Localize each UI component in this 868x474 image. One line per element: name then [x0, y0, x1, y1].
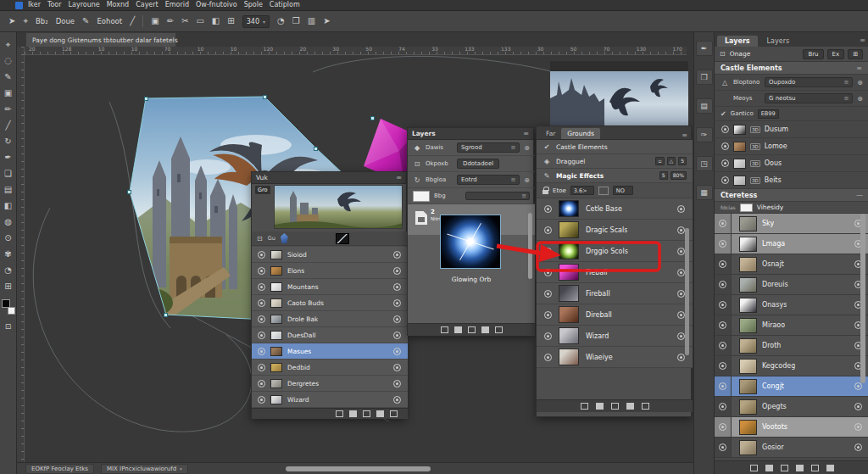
visibility-eye-icon[interactable] [719, 321, 726, 329]
adjustment-icon[interactable] [481, 326, 489, 333]
artboard-icon[interactable]: ▣ [151, 17, 159, 25]
panel-menu-icon[interactable]: ≡ [682, 131, 687, 139]
layer-row-dedbid[interactable]: Dedbid [252, 360, 408, 376]
visibility-eye-icon[interactable] [258, 283, 265, 291]
section-header-castle-elements[interactable]: Castle Elements ≡ [715, 62, 868, 75]
layer-row-mountans[interactable]: Mountans [252, 279, 408, 295]
fill-color-swatch[interactable] [598, 187, 609, 195]
visibility-eye-icon[interactable] [258, 267, 265, 275]
visibility-eye-icon[interactable] [544, 311, 552, 319]
group-icon[interactable] [363, 410, 370, 417]
visibility-eye-icon[interactable] [544, 248, 552, 255]
visibility-eye-icon[interactable] [677, 290, 685, 298]
group-row-magic-effects[interactable]: ✎Magic Effects580% [537, 169, 693, 183]
rotate-tool-icon[interactable]: ↻ [2, 133, 15, 149]
menu-item-catiplom[interactable]: Catiplom [270, 2, 300, 8]
crop-tool-icon[interactable]: ❏ [2, 165, 15, 181]
folder-icon[interactable]: ⊡ [257, 235, 263, 243]
panel-title-bar[interactable]: Vuk ≡ [252, 172, 406, 184]
visibility-eye-icon[interactable] [258, 315, 265, 323]
artboard-tool-icon[interactable]: ▤ [2, 181, 15, 198]
status-mid-chip[interactable]: MIX IPncxicluwawiorufd ▾ [101, 464, 188, 474]
menu-item-ow-fnutoivo[interactable]: Ow-fnutoivo [196, 2, 237, 8]
visibility-eye-icon[interactable] [677, 269, 685, 276]
libraries-icon[interactable]: ❐ [292, 17, 300, 25]
visibility-eye-icon[interactable] [393, 299, 401, 307]
group-badge[interactable]: 5 [678, 157, 687, 165]
group-badge[interactable]: 80% [670, 171, 687, 180]
toolbar-button-ex[interactable]: Ex [827, 49, 845, 59]
layer-row-fieball[interactable]: Fieball [537, 262, 693, 283]
move-tool-icon[interactable]: ⌖ [2, 36, 15, 53]
line-tool-icon[interactable]: ╱ [2, 117, 15, 133]
visibility-eye-icon[interactable] [677, 226, 685, 234]
stroke-label[interactable]: Eohoot [97, 17, 122, 25]
selection-handle[interactable] [144, 97, 148, 101]
visibility-eye-icon[interactable] [721, 125, 729, 133]
panel-scrollbar[interactable] [685, 228, 689, 355]
white-swatch[interactable] [740, 204, 753, 212]
scissors-icon[interactable]: ✂ [181, 17, 188, 25]
visibility-eye-icon[interactable] [258, 396, 265, 404]
visibility-eye-icon[interactable] [258, 299, 265, 307]
visibility-eye-icon[interactable] [544, 332, 552, 340]
layer-row-oous[interactable]: 3DOous [715, 155, 868, 172]
target-tool-icon[interactable]: ⊙ [2, 230, 15, 246]
visibility-eye-icon[interactable] [719, 382, 726, 390]
tab-layers-1[interactable]: Layers [717, 36, 758, 47]
quick-mask-icon[interactable]: ⊡ [2, 319, 15, 335]
pointer-tool-icon[interactable]: ➤ [8, 17, 15, 25]
group-icon[interactable] [611, 403, 619, 410]
group-badge[interactable]: ▫ [655, 157, 664, 165]
visibility-eye-icon[interactable] [544, 269, 552, 276]
draw-mode-label[interactable]: Doue [56, 17, 75, 25]
layer-row-beits[interactable]: 3DBeits [715, 172, 868, 189]
visibility-eye-icon[interactable] [544, 205, 552, 213]
fx-icon[interactable] [454, 326, 462, 333]
fill-tool-icon[interactable]: ◍ [2, 214, 15, 230]
color-swatch[interactable] [413, 191, 430, 202]
opacity-field[interactable]: 3.6> [570, 186, 594, 195]
layer-row-miraoo[interactable]: Miraoo [715, 315, 868, 336]
mode-field[interactable]: NO [613, 186, 633, 195]
visibility-eye-icon[interactable] [393, 315, 401, 323]
background-color-swatch[interactable] [8, 307, 15, 315]
visibility-eye-icon[interactable] [393, 364, 401, 371]
adjustment-icon[interactable] [626, 403, 634, 410]
visibility-eye-icon[interactable] [721, 159, 729, 167]
fx-icon[interactable] [750, 465, 758, 471]
visibility-eye-icon[interactable] [677, 205, 685, 213]
visibility-eye-icon[interactable] [544, 226, 552, 234]
visibility-eye-icon[interactable] [677, 332, 685, 340]
glowing-orb-thumbnail[interactable] [440, 215, 501, 269]
layer-row-kegcodeg[interactable]: Kegcodeg [715, 356, 868, 376]
new-layer-icon[interactable] [811, 465, 819, 471]
grid-tool-icon[interactable]: ⊞ [2, 278, 15, 294]
visibility-eye-icon[interactable] [719, 260, 726, 268]
status-left-chip[interactable]: EOKfP Feoclay Etks [25, 464, 94, 474]
section-header-cteretess[interactable]: Cteretess — [715, 189, 868, 202]
visibility-eye-icon[interactable] [721, 176, 729, 184]
visibility-eye-icon[interactable] [719, 240, 726, 248]
mask-icon[interactable] [441, 326, 448, 333]
lock-value-badge[interactable]: EB99 [758, 109, 779, 119]
paths-panel-icon[interactable]: ✑ [696, 127, 713, 142]
toolbar-button-bru[interactable]: Bru [803, 49, 823, 59]
visibility-eye-icon[interactable] [393, 251, 401, 259]
layer-row-osnajt[interactable]: Osnajt [715, 254, 868, 275]
visibility-eye-icon[interactable] [393, 332, 401, 339]
group-badge[interactable]: 5 [659, 171, 668, 180]
tab-grounds[interactable]: Grounds [561, 128, 600, 139]
new-layer-icon[interactable] [642, 403, 649, 410]
layer-row-wiaeiye[interactable]: Wiaeiye [537, 347, 693, 368]
blur-tool-icon[interactable]: ✾ [2, 246, 15, 262]
layer-comps-panel-icon[interactable]: ❒ [696, 70, 713, 85]
align-icon[interactable]: ⊞ [227, 17, 234, 25]
mask-icon[interactable] [765, 465, 773, 471]
layer-row-dragic-scals[interactable]: Dragic Scals [537, 220, 693, 241]
layer-row-caoto-buds[interactable]: Caoto Buds [252, 295, 408, 311]
meoys-dropdown[interactable]: G neotsu≡ [765, 93, 853, 103]
visibility-eye-icon[interactable] [854, 443, 862, 451]
bbg-slider[interactable]: ≡ [465, 192, 530, 200]
layer-row-wizard[interactable]: Wizard [252, 392, 408, 408]
